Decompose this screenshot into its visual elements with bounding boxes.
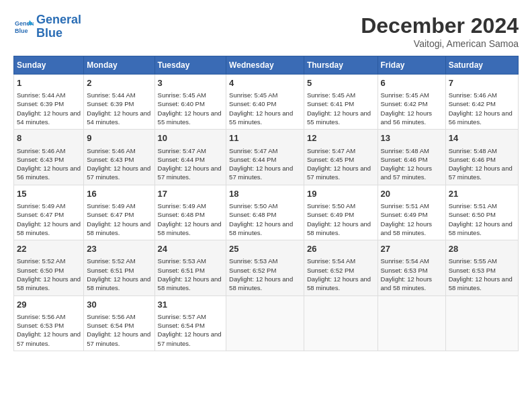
week-row-4: 22Sunrise: 5:52 AMSunset: 6:50 PMDayligh… bbox=[14, 240, 519, 295]
col-header-tuesday: Tuesday bbox=[154, 56, 226, 75]
day-number: 30 bbox=[87, 299, 151, 311]
day-number: 6 bbox=[381, 77, 443, 89]
sunset: Sunset: 6:39 PM bbox=[87, 100, 134, 107]
daylight-label: Daylight: 12 hours and 54 minutes. bbox=[17, 109, 81, 126]
calendar-cell: 12Sunrise: 5:47 AMSunset: 6:45 PMDayligh… bbox=[304, 130, 378, 185]
calendar-cell: 3Sunrise: 5:45 AMSunset: 6:40 PMDaylight… bbox=[154, 75, 226, 130]
sunrise: Sunrise: 5:53 AM bbox=[229, 257, 277, 265]
sunrise: Sunrise: 5:45 AM bbox=[307, 91, 355, 99]
sunrise: Sunrise: 5:47 AM bbox=[229, 147, 277, 154]
day-number: 10 bbox=[158, 132, 224, 144]
logo-icon: General Blue bbox=[13, 17, 34, 37]
daylight-label: Daylight: 12 hours and 58 minutes. bbox=[449, 220, 513, 236]
calendar-cell: 4Sunrise: 5:45 AMSunset: 6:40 PMDaylight… bbox=[226, 75, 304, 130]
day-number: 14 bbox=[449, 132, 515, 144]
day-number: 21 bbox=[449, 188, 515, 200]
day-number: 24 bbox=[158, 243, 224, 255]
sunset: Sunset: 6:46 PM bbox=[381, 156, 428, 163]
daylight-label: Daylight: 12 hours and 58 minutes. bbox=[17, 275, 81, 291]
calendar-cell: 19Sunrise: 5:50 AMSunset: 6:49 PMDayligh… bbox=[304, 185, 378, 240]
daylight-label: Daylight: 12 hours and 57 minutes. bbox=[449, 165, 513, 181]
calendar-cell: 9Sunrise: 5:46 AMSunset: 6:43 PMDaylight… bbox=[84, 130, 154, 185]
day-number: 22 bbox=[17, 243, 81, 255]
calendar-cell: 20Sunrise: 5:51 AMSunset: 6:49 PMDayligh… bbox=[378, 185, 445, 240]
calendar-cell: 26Sunrise: 5:54 AMSunset: 6:52 PMDayligh… bbox=[304, 240, 378, 295]
calendar-cell: 27Sunrise: 5:54 AMSunset: 6:53 PMDayligh… bbox=[378, 240, 445, 295]
week-row-5: 29Sunrise: 5:56 AMSunset: 6:53 PMDayligh… bbox=[14, 295, 519, 351]
col-header-sunday: Sunday bbox=[14, 56, 84, 75]
calendar-cell: 30Sunrise: 5:56 AMSunset: 6:54 PMDayligh… bbox=[84, 295, 154, 351]
sunset: Sunset: 6:44 PM bbox=[229, 156, 276, 163]
daylight-label: Daylight: 12 hours and 55 minutes. bbox=[229, 109, 293, 126]
col-header-monday: Monday bbox=[84, 56, 154, 75]
header-row: SundayMondayTuesdayWednesdayThursdayFrid… bbox=[14, 56, 519, 75]
daylight-label: Daylight: 12 hours and 57 minutes. bbox=[381, 165, 433, 181]
sunrise: Sunrise: 5:50 AM bbox=[229, 202, 277, 210]
sunset: Sunset: 6:54 PM bbox=[158, 322, 205, 329]
sunset: Sunset: 6:50 PM bbox=[449, 211, 496, 218]
day-number: 5 bbox=[307, 77, 375, 89]
daylight-label: Daylight: 12 hours and 55 minutes. bbox=[158, 109, 222, 126]
daylight-label: Daylight: 12 hours and 57 minutes. bbox=[87, 330, 150, 347]
calendar-cell: 1Sunrise: 5:44 AMSunset: 6:39 PMDaylight… bbox=[14, 75, 84, 130]
calendar-cell bbox=[304, 295, 378, 351]
sunset: Sunset: 6:44 PM bbox=[158, 156, 205, 163]
sunset: Sunset: 6:47 PM bbox=[87, 211, 134, 218]
daylight-label: Daylight: 12 hours and 58 minutes. bbox=[17, 220, 81, 236]
sunset: Sunset: 6:46 PM bbox=[449, 156, 496, 163]
daylight-label: Daylight: 12 hours and 58 minutes. bbox=[449, 275, 513, 291]
sunrise: Sunrise: 5:57 AM bbox=[158, 313, 206, 320]
daylight-label: Daylight: 12 hours and 58 minutes. bbox=[158, 275, 222, 291]
sunset: Sunset: 6:51 PM bbox=[158, 267, 205, 274]
sunset: Sunset: 6:40 PM bbox=[229, 100, 276, 107]
sunset: Sunset: 6:42 PM bbox=[381, 100, 428, 107]
day-number: 17 bbox=[158, 188, 224, 200]
sunset: Sunset: 6:43 PM bbox=[17, 156, 64, 163]
daylight-label: Daylight: 12 hours and 57 minutes. bbox=[158, 330, 222, 347]
sunset: Sunset: 6:47 PM bbox=[17, 211, 64, 218]
sunrise: Sunrise: 5:44 AM bbox=[87, 91, 135, 99]
sunrise: Sunrise: 5:56 AM bbox=[17, 313, 65, 320]
sunset: Sunset: 6:49 PM bbox=[381, 211, 428, 218]
day-number: 4 bbox=[229, 77, 301, 89]
day-number: 18 bbox=[229, 188, 301, 200]
week-row-3: 15Sunrise: 5:49 AMSunset: 6:47 PMDayligh… bbox=[14, 185, 519, 240]
day-number: 12 bbox=[307, 132, 375, 144]
main-title: December 2024 bbox=[361, 13, 519, 38]
sunrise: Sunrise: 5:56 AM bbox=[87, 313, 135, 320]
header: General Blue General Blue December 2024 … bbox=[13, 13, 519, 49]
sunset: Sunset: 6:49 PM bbox=[307, 211, 354, 218]
day-number: 8 bbox=[17, 132, 81, 144]
daylight-label: Daylight: 12 hours and 58 minutes. bbox=[381, 220, 433, 236]
sunrise: Sunrise: 5:46 AM bbox=[87, 147, 135, 154]
sunrise: Sunrise: 5:49 AM bbox=[158, 202, 206, 210]
daylight-label: Daylight: 12 hours and 57 minutes. bbox=[229, 165, 293, 181]
calendar-cell: 5Sunrise: 5:45 AMSunset: 6:41 PMDaylight… bbox=[304, 75, 378, 130]
logo: General Blue General Blue bbox=[13, 13, 81, 40]
sunrise: Sunrise: 5:55 AM bbox=[449, 257, 497, 265]
col-header-saturday: Saturday bbox=[445, 56, 518, 75]
daylight-label: Daylight: 12 hours and 58 minutes. bbox=[87, 220, 150, 236]
calendar-cell: 17Sunrise: 5:49 AMSunset: 6:48 PMDayligh… bbox=[154, 185, 226, 240]
day-number: 2 bbox=[87, 77, 151, 89]
day-number: 27 bbox=[381, 243, 443, 255]
week-row-2: 8Sunrise: 5:46 AMSunset: 6:43 PMDaylight… bbox=[14, 130, 519, 185]
day-number: 20 bbox=[381, 188, 443, 200]
week-row-1: 1Sunrise: 5:44 AMSunset: 6:39 PMDaylight… bbox=[14, 75, 519, 130]
calendar-cell: 16Sunrise: 5:49 AMSunset: 6:47 PMDayligh… bbox=[84, 185, 154, 240]
sunset: Sunset: 6:53 PM bbox=[381, 267, 428, 274]
sunset: Sunset: 6:39 PM bbox=[17, 100, 64, 107]
calendar-cell: 21Sunrise: 5:51 AMSunset: 6:50 PMDayligh… bbox=[445, 185, 518, 240]
sunset: Sunset: 6:48 PM bbox=[158, 211, 205, 218]
day-number: 31 bbox=[158, 299, 224, 311]
sunrise: Sunrise: 5:49 AM bbox=[17, 202, 65, 210]
calendar-cell: 6Sunrise: 5:45 AMSunset: 6:42 PMDaylight… bbox=[378, 75, 445, 130]
daylight-label: Daylight: 12 hours and 58 minutes. bbox=[229, 220, 293, 236]
daylight-label: Daylight: 12 hours and 58 minutes. bbox=[158, 220, 222, 236]
sunrise: Sunrise: 5:52 AM bbox=[17, 257, 65, 265]
daylight-label: Daylight: 12 hours and 57 minutes. bbox=[307, 165, 371, 181]
calendar-table: SundayMondayTuesdayWednesdayThursdayFrid… bbox=[13, 56, 519, 351]
day-number: 16 bbox=[87, 188, 151, 200]
sunset: Sunset: 6:50 PM bbox=[17, 267, 64, 274]
sunrise: Sunrise: 5:45 AM bbox=[381, 91, 429, 99]
